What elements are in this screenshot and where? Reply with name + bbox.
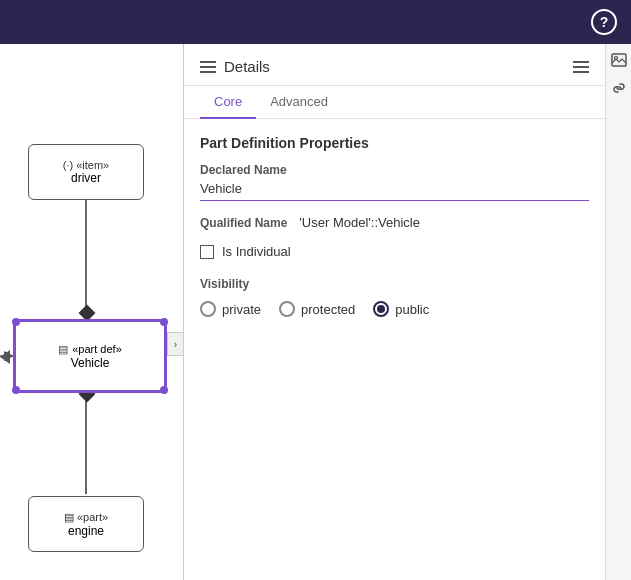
handle-tl	[12, 318, 20, 326]
main-area: (·) «item» driver ▤ «part def» Vehicle	[0, 44, 631, 580]
declared-name-value[interactable]: Vehicle	[200, 181, 589, 201]
hamburger-icon[interactable]	[200, 61, 216, 73]
diagram-canvas: (·) «item» driver ▤ «part def» Vehicle	[0, 44, 183, 580]
vehicle-inner: ▤ «part def»	[58, 343, 122, 356]
visibility-radio-group: private protected public	[200, 301, 589, 317]
right-sidebar	[605, 44, 631, 580]
engine-name: engine	[68, 524, 104, 538]
details-menu-icon[interactable]	[573, 61, 589, 73]
visibility-label: Visibility	[200, 277, 589, 291]
diamond-top	[79, 305, 96, 322]
details-title-group: Details	[200, 58, 270, 75]
radio-public-label: public	[395, 302, 429, 317]
node-vehicle[interactable]: ▤ «part def» Vehicle	[14, 320, 166, 392]
qualified-name-label: Qualified Name	[200, 216, 287, 230]
handle-tr	[160, 318, 168, 326]
section-title: Part Definition Properties	[200, 135, 589, 151]
handle-br	[160, 386, 168, 394]
qualified-name-row: Qualified Name 'User Model'::Vehicle	[200, 215, 589, 230]
details-header: Details	[184, 44, 605, 86]
is-individual-label: Is Individual	[222, 244, 291, 259]
engine-stereotype: ▤ «part»	[64, 511, 108, 524]
handle-bl	[12, 386, 20, 394]
declared-name-label: Declared Name	[200, 163, 589, 177]
qualified-name-value: 'User Model'::Vehicle	[299, 215, 420, 230]
vehicle-stereotype: «part def»	[72, 343, 122, 355]
details-title: Details	[224, 58, 270, 75]
details-content: Part Definition Properties Declared Name…	[184, 119, 605, 580]
tab-advanced[interactable]: Advanced	[256, 86, 342, 119]
vehicle-name: Vehicle	[71, 356, 110, 370]
vehicle-icon: ▤	[58, 343, 68, 356]
radio-private[interactable]: private	[200, 301, 261, 317]
driver-stereotype: (·) «item»	[63, 159, 109, 171]
radio-public-circle	[373, 301, 389, 317]
node-engine[interactable]: ▤ «part» engine	[28, 496, 144, 552]
link-icon[interactable]	[609, 78, 629, 98]
expand-arrow[interactable]: ›	[167, 332, 183, 356]
svg-rect-4	[612, 54, 626, 66]
top-bar: ?	[0, 0, 631, 44]
radio-private-circle	[200, 301, 216, 317]
driver-name: driver	[71, 171, 101, 185]
is-individual-checkbox[interactable]	[200, 245, 214, 259]
port-arrow	[0, 350, 16, 364]
radio-protected-circle	[279, 301, 295, 317]
radio-protected[interactable]: protected	[279, 301, 355, 317]
radio-protected-label: protected	[301, 302, 355, 317]
driver-icon: (·)	[63, 159, 73, 171]
image-icon[interactable]	[609, 50, 629, 70]
node-driver[interactable]: (·) «item» driver	[28, 144, 144, 200]
details-panel: Details Core Advanced Part Definition Pr…	[184, 44, 605, 580]
help-button[interactable]: ?	[591, 9, 617, 35]
is-individual-row: Is Individual	[200, 244, 589, 259]
tabs: Core Advanced	[184, 86, 605, 119]
radio-private-label: private	[222, 302, 261, 317]
tab-core[interactable]: Core	[200, 86, 256, 119]
radio-public[interactable]: public	[373, 301, 429, 317]
diagram-panel: (·) «item» driver ▤ «part def» Vehicle	[0, 44, 184, 580]
engine-icon: ▤	[64, 511, 74, 523]
